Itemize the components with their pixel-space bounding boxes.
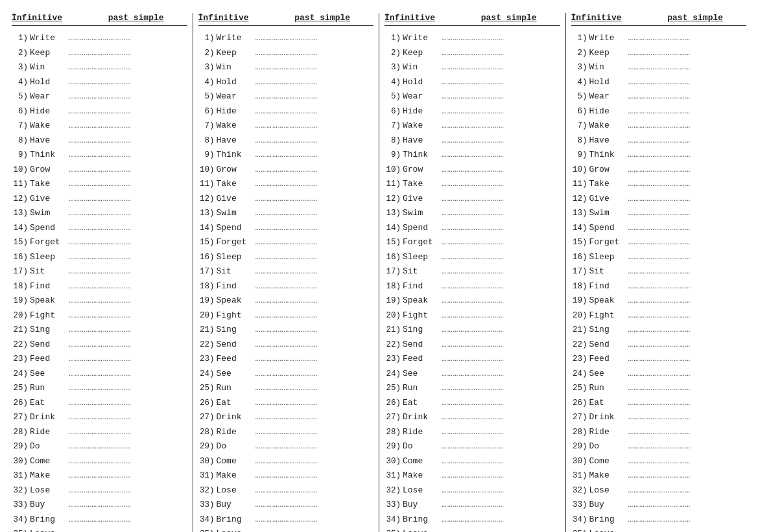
infinitive-word: Sit [30,264,69,279]
answer-dots: …………………………… [628,250,747,264]
item-number: 9) [385,148,403,163]
answer-dots: …………………………… [442,104,560,119]
answer-dots: …………………………… [442,527,560,532]
answer-dots: …………………………… [255,89,374,104]
infinitive-word: Sleep [403,250,442,264]
infinitive-word: Think [217,148,255,162]
list-item: 35)Leave…………………………… [385,527,560,532]
answer-dots: …………………………… [628,352,747,366]
answer-dots: …………………………… [255,498,374,512]
answer-dots: …………………………… [442,396,560,410]
answer-dots: …………………………… [442,163,560,177]
item-number: 19) [385,294,403,308]
answer-dots: …………………………… [442,192,560,206]
infinitive-word: Make [403,468,442,483]
infinitive-word: Wake [589,119,628,133]
item-number: 34) [198,513,217,527]
infinitive-word: Hold [403,75,442,89]
infinitive-word: Forget [589,235,628,249]
list-item: 1)Write…………………………… [571,31,747,46]
item-number: 29) [385,440,403,454]
list-item: 21)Sing…………………………… [571,323,747,338]
item-number: 11) [12,178,30,192]
list-item: 22)Send…………………………… [385,338,560,353]
item-number: 29) [12,440,30,454]
item-number: 4) [571,76,589,90]
answer-dots: …………………………… [442,221,560,235]
item-number: 5) [198,90,217,104]
infinitive-word: Feed [403,352,442,366]
list-item: 12)Give…………………………… [385,192,560,207]
answer-dots: …………………………… [255,235,374,249]
list-item: 18)Find…………………………… [198,279,374,294]
answer-dots: …………………………… [628,483,747,498]
infinitive-word: Send [403,338,442,352]
item-number: 28) [571,426,589,440]
item-number: 9) [571,148,589,163]
item-number: 2) [198,47,217,61]
list-item: 5)Wear…………………………… [385,89,560,104]
infinitive-word: Hold [30,75,69,89]
list-item: 31)Make…………………………… [385,468,560,483]
infinitive-word: Have [30,133,69,148]
list-item: 32)Lose…………………………… [198,483,374,498]
answer-dots: …………………………… [442,338,560,352]
infinitive-word: Hold [217,75,255,89]
item-number: 29) [571,440,589,454]
answer-dots: …………………………… [255,425,374,439]
answer-dots: …………………………… [628,367,747,381]
list-item: 20)Fight…………………………… [385,308,560,323]
answer-dots: …………………………… [69,294,187,308]
infinitive-word: Write [589,31,628,45]
item-number: 6) [385,105,403,119]
answer-dots: …………………………… [69,338,187,352]
infinitive-word: Come [217,454,255,468]
item-number: 31) [571,469,589,483]
list-item: 25)Run…………………………… [198,381,374,396]
list-item: 7)Wake…………………………… [198,119,374,133]
infinitive-word: Think [403,148,442,162]
answer-dots: …………………………… [69,498,187,512]
item-number: 25) [12,382,30,396]
infinitive-word: Grow [403,163,442,177]
answer-dots: …………………………… [255,513,374,527]
answer-dots: …………………………… [255,527,374,532]
infinitive-word: Wear [589,89,628,104]
infinitive-word: Ride [217,425,255,439]
answer-dots: …………………………… [69,513,187,527]
answer-dots: …………………………… [255,206,374,220]
infinitive-word: Bring [217,513,255,527]
infinitive-word: Sing [217,323,255,337]
item-number: 14) [198,222,217,236]
answer-dots: …………………………… [255,104,374,119]
answer-dots: …………………………… [628,498,747,512]
answer-dots: …………………………… [442,235,560,249]
answer-dots: …………………………… [628,410,747,424]
list-item: 26)Eat…………………………… [198,396,374,411]
list-item: 4)Hold…………………………… [198,75,374,90]
item-number: 24) [12,367,30,382]
infinitive-word: Forget [30,235,69,249]
list-item: 32)Lose…………………………… [571,483,747,498]
answer-dots: …………………………… [628,439,747,454]
item-number: 22) [385,338,403,353]
answer-dots: …………………………… [255,381,374,395]
list-item: 1)Write…………………………… [198,31,374,46]
item-number: 33) [198,498,217,513]
column-4-header: İnfinitivepast simple [571,13,747,26]
infinitive-word: Have [217,133,255,148]
item-number: 15) [198,236,217,250]
item-number: 16) [198,251,217,265]
answer-dots: …………………………… [442,425,560,439]
infinitive-word: Drink [589,410,628,424]
list-item: 30)Come…………………………… [385,454,560,469]
list-item: 28)Ride…………………………… [571,425,747,440]
list-item: 17)Sit…………………………… [571,264,747,279]
item-number: 26) [571,397,589,411]
infinitive-word: Think [589,148,628,162]
list-item: 4)Hold…………………………… [12,75,187,90]
item-number: 1) [12,32,30,46]
item-number: 2) [385,47,403,61]
answer-dots: …………………………… [255,148,374,162]
answer-dots: …………………………… [69,235,187,249]
